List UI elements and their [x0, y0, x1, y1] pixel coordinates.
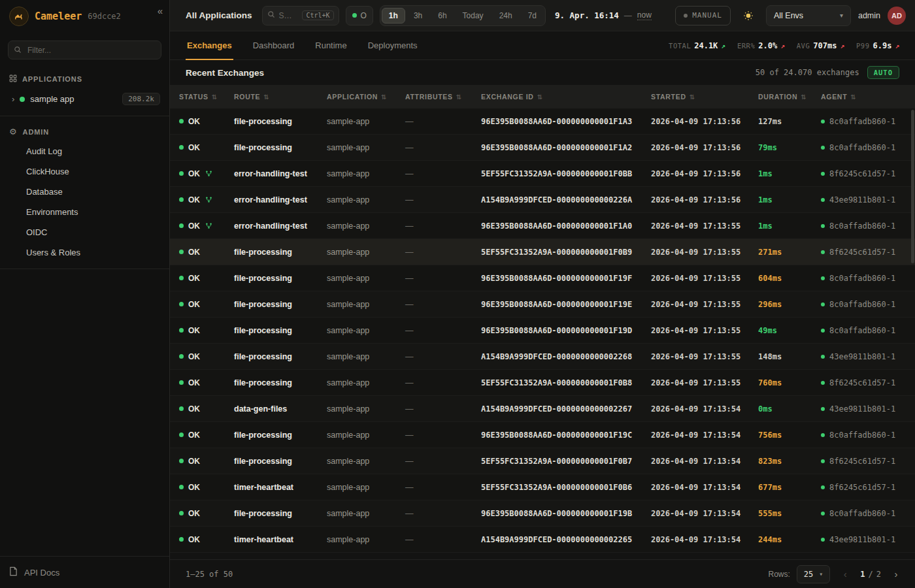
prev-page-button[interactable]: ‹: [837, 566, 854, 583]
search-icon: [267, 10, 275, 20]
table-row[interactable]: OKfile-processingsample-app—96E395B0088A…: [170, 135, 915, 161]
sidebar-item-clickhouse[interactable]: ClickHouse: [0, 161, 169, 182]
table-row[interactable]: OKtimer-heartbeatsample-app—A154B9A999DF…: [170, 527, 915, 553]
column-header-status[interactable]: STATUS⇅: [179, 93, 234, 101]
status-label: OK: [188, 457, 200, 466]
auto-refresh-badge[interactable]: AUTO: [867, 66, 899, 79]
table-row[interactable]: OKfile-processingsample-app—96E395B0088A…: [170, 318, 915, 344]
column-header-exchange-id[interactable]: EXCHANGE ID⇅: [481, 93, 651, 101]
status-label: OK: [188, 221, 200, 231]
exchange-id-cell: A154B9A999DFCED-0000000000002268: [481, 352, 651, 361]
started-cell: 2026-04-09 17:13:55: [651, 221, 758, 231]
table-row[interactable]: OKdata-gen-filessample-app—A154B9A999DFC…: [170, 396, 915, 422]
route-cell: file-processing: [234, 248, 327, 257]
stat-avg: AVG707ms↗: [797, 41, 844, 50]
online-toggle[interactable]: O: [346, 6, 373, 25]
sidebar-item-audit-log[interactable]: Audit Log: [0, 141, 169, 161]
manual-refresh-button[interactable]: MANUAL: [675, 6, 731, 25]
sidebar-item-users-roles[interactable]: Users & Roles: [0, 242, 169, 263]
agent-status-dot: [821, 198, 825, 202]
agent-cell: 8c0affadb860-1: [821, 117, 915, 126]
table-row[interactable]: OKfile-processingsample-app—5EF55FC31352…: [170, 448, 915, 474]
page-indicator: 1 / 2: [860, 570, 881, 579]
column-header-agent[interactable]: AGENT⇅: [821, 93, 915, 101]
global-search[interactable]: S… Ctrl+K: [262, 6, 339, 25]
duration-cell: 604ms: [758, 274, 821, 283]
sidebar-item-oidc[interactable]: OIDC: [0, 222, 169, 242]
column-header-application[interactable]: APPLICATION⇅: [327, 93, 405, 101]
environment-select[interactable]: All Envs ▾: [766, 5, 851, 26]
table-row[interactable]: OKerror-handling-testsample-app—96E395B0…: [170, 213, 915, 239]
table-row[interactable]: OKfile-processingsample-app—96E395B0088A…: [170, 500, 915, 527]
duration-cell: 555ms: [758, 509, 821, 518]
stat-value: 2.0%: [758, 41, 777, 50]
theme-toggle-button[interactable]: [738, 5, 759, 26]
agent-status-dot: [821, 459, 825, 463]
exchange-id-cell: 96E395B0088AA6D-000000000001F1A2: [481, 143, 651, 152]
status-cell: OK: [179, 117, 234, 126]
document-icon: [9, 566, 18, 578]
column-header-duration[interactable]: DURATION⇅: [758, 93, 821, 101]
table-row[interactable]: OKerror-handling-testsample-app—5EF55FC3…: [170, 161, 915, 187]
stats-group: TOTAL24.1K↗ERR%2.0%↗AVG707ms↗P996.9s↗: [669, 41, 899, 50]
now-link[interactable]: now: [637, 10, 652, 20]
exchange-id-cell: 96E395B0088AA6D-000000000001F1A3: [481, 117, 651, 126]
tab-dashboard[interactable]: Dashboard: [252, 31, 296, 60]
table-row[interactable]: OKfile-processingsample-app—5EF55FC31352…: [170, 239, 915, 265]
tabs-group: ExchangesDashboardRuntimeDeployments: [186, 31, 419, 59]
started-cell: 2026-04-09 17:13:56: [651, 169, 758, 178]
agent-status-dot: [821, 512, 825, 515]
agent-status-dot: [821, 329, 825, 333]
time-range-7d[interactable]: 7d: [521, 8, 544, 24]
agent-status-dot: [821, 485, 825, 489]
started-cell: 2026-04-09 17:13:55: [651, 248, 758, 257]
api-docs-link[interactable]: API Docs: [0, 556, 169, 588]
table-row[interactable]: OKfile-processingsample-app—96E395B0088A…: [170, 265, 915, 291]
sidebar-item-database[interactable]: Database: [0, 182, 169, 202]
table-row[interactable]: OKfile-processingsample-app—96E395B0088A…: [170, 108, 915, 135]
filter-input[interactable]: [8, 41, 161, 59]
time-range-6h[interactable]: 6h: [431, 8, 454, 24]
fork-icon: [205, 222, 212, 229]
agent-cell: 8f6245c61d57-1: [821, 169, 915, 178]
tab-deployments[interactable]: Deployments: [367, 31, 419, 60]
time-range-3h[interactable]: 3h: [407, 8, 429, 24]
agent-cell: 8c0affadb860-1: [821, 509, 915, 518]
table-row[interactable]: OKfile-processingsample-app—96E395B0088A…: [170, 422, 915, 448]
chevron-right-icon[interactable]: ›: [12, 94, 14, 104]
sidebar-item-environments[interactable]: Environments: [0, 202, 169, 222]
status-ok-dot: [179, 276, 184, 280]
column-header-attributes[interactable]: ATTRIBUTES⇅: [405, 93, 481, 101]
time-range-selector: 1h3h6hToday24h7d: [380, 5, 546, 26]
table-row[interactable]: OKerror-handling-testsample-app—A154B9A9…: [170, 187, 915, 213]
attributes-cell: —: [405, 352, 481, 361]
route-cell: timer-heartbeat: [234, 483, 327, 492]
tab-exchanges[interactable]: Exchanges: [186, 31, 233, 60]
brand-name: Cameleer: [35, 10, 82, 22]
next-page-button[interactable]: ›: [888, 566, 905, 583]
rows-per-page-select[interactable]: 25 ▾: [797, 565, 830, 583]
sort-icon: ⇅: [212, 93, 218, 101]
tab-runtime[interactable]: Runtime: [314, 31, 348, 60]
table-row[interactable]: OKfile-processingsample-app—A154B9A999DF…: [170, 344, 915, 370]
table-row[interactable]: OKfile-processingsample-app—5EF55FC31352…: [170, 370, 915, 396]
table-row[interactable]: OKtimer-heartbeatsample-app—5EF55FC31352…: [170, 474, 915, 500]
time-range-1h[interactable]: 1h: [382, 8, 405, 24]
status-label: OK: [188, 352, 200, 361]
agent-cell: 43ee9811b801-1: [821, 404, 915, 414]
sidebar-item-sample-app[interactable]: › sample app 208.2k: [0, 88, 169, 110]
time-range-today[interactable]: Today: [456, 8, 491, 24]
started-cell: 2026-04-09 17:13:56: [651, 195, 758, 204]
sidebar-collapse-icon[interactable]: «: [158, 5, 163, 16]
column-header-route[interactable]: ROUTE⇅: [234, 93, 327, 101]
column-header-started[interactable]: STARTED⇅: [651, 93, 758, 101]
route-cell: file-processing: [234, 274, 327, 283]
pagination-controls: Rows: 25 ▾ ‹ 1 / 2 ›: [768, 565, 905, 583]
agent-id: 8c0affadb860-1: [829, 300, 895, 309]
table-row[interactable]: OKfile-processingsample-app—96E395B0088A…: [170, 291, 915, 318]
avatar[interactable]: AD: [888, 7, 906, 25]
status-ok-dot: [179, 119, 184, 123]
scrollbar-thumb[interactable]: [911, 110, 914, 263]
admin-section-header: ⚙ ADMIN: [0, 122, 169, 141]
time-range-24h[interactable]: 24h: [492, 8, 520, 24]
